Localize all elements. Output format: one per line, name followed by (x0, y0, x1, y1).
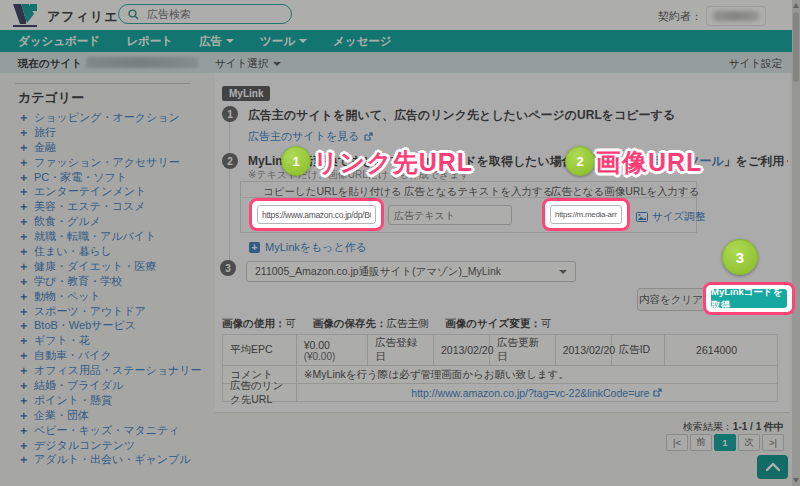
image-url-input[interactable] (550, 205, 622, 224)
tutorial-dim-overlay (0, 0, 800, 486)
highlight-get-code-button: MyLinkコードを取得 (703, 282, 795, 315)
mylink-page: アフィリエイト 契約者： ダッシュボード レポート 広告 ツール メッセージ 現… (0, 0, 800, 486)
annotation-link-url-label: リンク先URL (313, 146, 473, 179)
annotation-circle-2: 2 (565, 146, 595, 176)
annotation-circle-3: 3 (722, 239, 758, 275)
paste-url-input[interactable] (257, 205, 376, 224)
highlight-url-input (249, 198, 384, 231)
annotation-circle-1: 1 (281, 146, 311, 176)
annotation-image-url-label: 画像URL (596, 146, 702, 179)
highlight-image-url-input (542, 198, 630, 231)
get-mylink-code-button[interactable]: MyLinkコードを取得 (711, 289, 787, 308)
